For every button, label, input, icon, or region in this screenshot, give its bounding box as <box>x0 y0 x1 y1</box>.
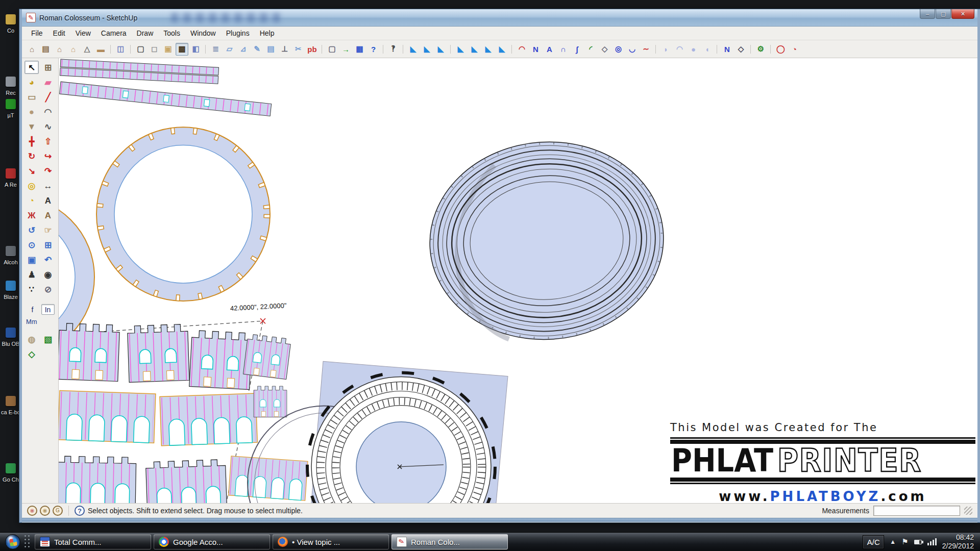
red-ellipse-button[interactable]: ◯ <box>774 43 787 56</box>
geolocation-icon[interactable]: ◉ <box>27 506 37 516</box>
desktop-icon[interactable]: Blaze <box>0 281 21 301</box>
polygon-outline-button[interactable]: ◇ <box>734 43 747 56</box>
protractor-tool[interactable]: ◔ <box>24 194 39 207</box>
minimize-button[interactable]: – <box>920 9 935 19</box>
tape-measure-tool[interactable]: ◎ <box>24 179 39 192</box>
desktop-icon[interactable]: ca E-bo <box>0 396 21 416</box>
desktop-icon[interactable]: Co <box>0 14 21 35</box>
move-tool[interactable]: ╋ <box>24 135 39 148</box>
walk-tool[interactable]: ∵ <box>24 283 39 296</box>
position-camera-tool[interactable]: ♟ <box>24 268 39 281</box>
make-component-tool[interactable]: ⊞ <box>41 61 55 74</box>
wireframe-ball-tool[interactable]: ◇ <box>24 347 39 361</box>
phlat-triangle-2-button[interactable]: ◣ <box>421 43 433 56</box>
filled-curve-button[interactable]: ◖ <box>701 43 714 56</box>
phlat-triangle-5-button[interactable]: ◣ <box>468 43 481 56</box>
curve-red-button[interactable]: ∼ <box>640 43 652 56</box>
menu-item[interactable]: Draw <box>132 27 159 39</box>
filled-wave-button[interactable]: ◗ <box>659 43 672 56</box>
maximize-button[interactable]: ▢ <box>936 9 951 19</box>
start-button[interactable] <box>5 534 20 549</box>
pb-logo-button[interactable]: pb <box>306 43 318 56</box>
bezier-curve-button[interactable]: ∩ <box>557 43 570 56</box>
line-tool[interactable]: ╱ <box>41 90 55 104</box>
push-pull-tool[interactable]: ⇧ <box>41 135 55 148</box>
run-phlatscript-button[interactable]: → <box>339 43 352 56</box>
axes-tool[interactable]: Ж <box>24 209 39 222</box>
spiral-button[interactable]: ◎ <box>612 43 625 56</box>
offset-tool[interactable]: ↷ <box>41 164 55 178</box>
network-icon[interactable] <box>927 538 937 545</box>
rotate-tool[interactable]: ↻ <box>24 149 39 163</box>
zoom-previous-tool[interactable]: ↶ <box>41 253 55 266</box>
phlat-pencil-button[interactable]: ✎ <box>251 43 263 56</box>
hidden-line-style-button[interactable]: ◻ <box>148 43 161 56</box>
phlat-triangle-3-button[interactable]: ◣ <box>434 43 447 56</box>
resize-grip[interactable] <box>964 507 972 515</box>
text-tool[interactable]: A <box>41 194 55 207</box>
desktop-icon[interactable]: µT <box>0 99 21 119</box>
menu-item[interactable]: Edit <box>48 27 70 39</box>
credits-icon[interactable]: G <box>53 506 63 516</box>
phlat-panel-button[interactable]: ▱ <box>223 43 236 56</box>
curve-n-button[interactable]: N <box>721 43 733 56</box>
shaded-textures-style-button[interactable]: ▩ <box>176 43 188 56</box>
view-top-button[interactable]: ▤ <box>39 43 52 56</box>
phlat-triangle-1-button[interactable]: ◣ <box>407 43 420 56</box>
bezier-polyline-button[interactable]: N <box>529 43 542 56</box>
closed-shape-button[interactable]: ◇ <box>598 43 611 56</box>
orbit-tool[interactable]: ↺ <box>24 223 39 237</box>
phlat-stack-button[interactable]: ▤ <box>264 43 277 56</box>
menu-item[interactable]: File <box>26 27 48 39</box>
show-hidden-icons-button[interactable]: ▲ <box>890 538 896 545</box>
curvemaker-settings-button[interactable]: ⚙ <box>754 43 767 56</box>
polygon-tool[interactable]: ▼ <box>24 120 39 133</box>
feet-unit-button[interactable]: f <box>26 304 39 315</box>
section-plane-tool[interactable]: ⊘ <box>41 283 55 296</box>
pan-tool[interactable]: ☞ <box>41 223 55 237</box>
title-bar[interactable]: ✎ Roman Colosseum - SketchUp – ▢ × <box>22 9 977 27</box>
taskbar-total-commander[interactable]: Total Comm... <box>35 534 151 549</box>
follow-me-tool[interactable]: ↪ <box>41 149 55 163</box>
paint-bucket-tool[interactable]: ◕ <box>24 76 39 89</box>
zoom-tool[interactable]: ⊙ <box>24 238 39 252</box>
phlat-triangle-6-button[interactable]: ◣ <box>482 43 495 56</box>
view-right-button[interactable]: ⌂ <box>67 43 80 56</box>
monochrome-style-button[interactable]: ◧ <box>189 43 202 56</box>
rectangle-tool[interactable]: ▭ <box>24 90 39 104</box>
desktop-icon[interactable]: A Re <box>0 168 21 189</box>
phlat-knife-button[interactable]: ✂ <box>292 43 305 56</box>
drawing-canvas[interactable]: 42.0000", 22.0000" This Model was Create… <box>59 58 977 503</box>
filled-arc-button[interactable]: ◠ <box>673 43 686 56</box>
quick-launch-handle[interactable] <box>23 534 31 549</box>
filled-dome-button[interactable]: ● <box>687 43 700 56</box>
zoom-extents-tool[interactable]: ▣ <box>24 253 39 266</box>
circle-tool[interactable]: ● <box>24 105 39 118</box>
phlat-triangle-4-button[interactable]: ◣ <box>454 43 467 56</box>
scale-handle[interactable] <box>260 318 265 323</box>
phlat-plumb-button[interactable]: ⊥ <box>278 43 291 56</box>
desktop-icon[interactable]: Blu OB <box>0 328 21 348</box>
inch-unit-button[interactable]: In <box>41 304 55 315</box>
cut-strip-top[interactable] <box>60 59 218 84</box>
mm-unit-label[interactable]: Mm <box>22 315 58 331</box>
menu-item[interactable]: Plugins <box>221 27 255 39</box>
view-iso-button[interactable]: ⌂ <box>26 43 38 56</box>
diagnostics-button[interactable]: ‽ <box>387 43 400 56</box>
colosseum-3d-model[interactable] <box>414 100 678 381</box>
phlat-ball-tool[interactable]: ◍ <box>24 333 39 346</box>
battery-icon[interactable] <box>914 540 922 544</box>
menu-item[interactable]: Tools <box>158 27 185 39</box>
phlat-help-button[interactable]: ? <box>367 43 380 56</box>
desktop-icon[interactable]: Rec <box>0 77 21 97</box>
arc-blue-button[interactable]: ◡ <box>626 43 639 56</box>
bezier-dome-button[interactable]: ◠ <box>516 43 528 56</box>
bezier-edit-button[interactable]: A <box>543 43 556 56</box>
view-front-button[interactable]: ⌂ <box>53 43 66 56</box>
menu-item[interactable]: Help <box>255 27 280 39</box>
freehand-tool[interactable]: ∿ <box>41 120 55 133</box>
phlat-wedge-button[interactable]: ⊿ <box>237 43 250 56</box>
look-around-tool[interactable]: ◉ <box>41 268 55 281</box>
red-arc-button[interactable]: ◔ <box>788 43 801 56</box>
xray-mode-button[interactable]: ◫ <box>114 43 127 56</box>
